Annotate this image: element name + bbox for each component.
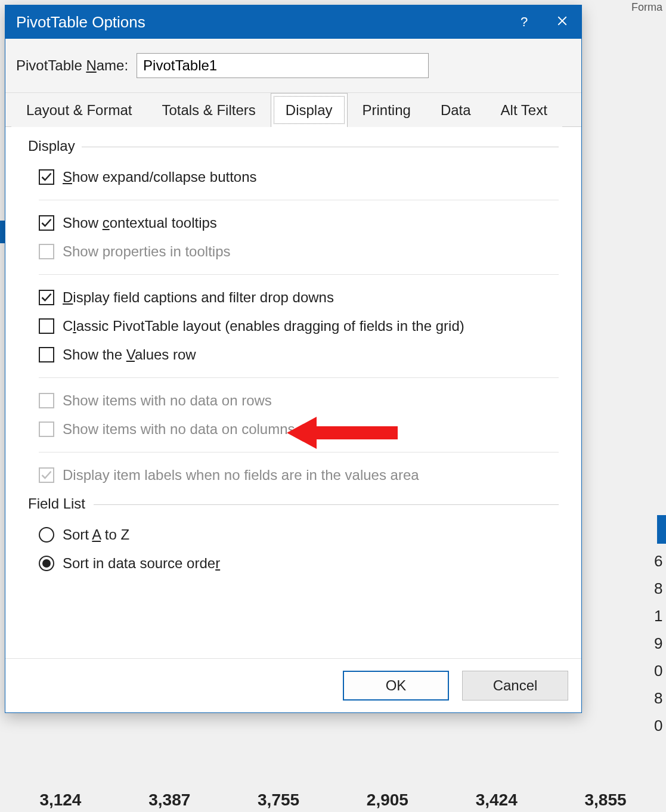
checkbox-icon bbox=[39, 318, 54, 334]
dialog-title: PivotTable Options bbox=[16, 13, 505, 32]
checkbox-icon bbox=[39, 215, 54, 231]
group-display-title: Display bbox=[28, 138, 559, 154]
tab-layout-format[interactable]: Layout & Format bbox=[11, 93, 147, 127]
pivottable-options-dialog: PivotTable Options ? PivotTable Name: La… bbox=[5, 5, 582, 713]
opt-label: Display item labels when no fields are i… bbox=[63, 467, 419, 484]
radio-sort-data-source-order[interactable]: Sort in data source order bbox=[28, 549, 559, 578]
opt-show-expand-collapse[interactable]: Show expand/collapse buttons bbox=[28, 163, 559, 191]
opt-display-item-labels-empty-values: Display item labels when no fields are i… bbox=[28, 461, 559, 489]
pivottable-name-label: PivotTable Name: bbox=[16, 57, 128, 74]
close-button[interactable] bbox=[543, 5, 581, 39]
help-button[interactable]: ? bbox=[505, 5, 543, 39]
radio-label: Sort A to Z bbox=[63, 526, 129, 543]
group-field-list: Field List Sort A to Z Sort in data sour… bbox=[28, 495, 559, 578]
panel-display: Display Show expand/collapse buttons Sho… bbox=[5, 127, 581, 658]
opt-label: Show expand/collapse buttons bbox=[63, 169, 257, 185]
checkbox-icon bbox=[39, 347, 54, 362]
opt-show-values-row[interactable]: Show the Values row bbox=[28, 340, 559, 369]
tab-display[interactable]: Display bbox=[271, 93, 348, 127]
opt-label: Show contextual tooltips bbox=[63, 215, 217, 231]
opt-classic-layout[interactable]: Classic PivotTable layout (enables dragg… bbox=[28, 312, 559, 340]
group-display: Display Show expand/collapse buttons Sho… bbox=[28, 138, 559, 489]
tab-printing[interactable]: Printing bbox=[348, 93, 426, 127]
radio-icon bbox=[39, 556, 54, 571]
opt-label: Show the Values row bbox=[63, 346, 196, 363]
close-icon bbox=[557, 14, 568, 30]
opt-label: Show properties in tooltips bbox=[63, 243, 230, 260]
checkbox-icon bbox=[39, 422, 54, 437]
tab-totals-filters[interactable]: Totals & Filters bbox=[147, 93, 270, 127]
separator bbox=[39, 452, 559, 453]
pivottable-name-input[interactable] bbox=[137, 53, 429, 78]
opt-label: Show items with no data on columns bbox=[63, 421, 295, 438]
checkbox-icon bbox=[39, 467, 54, 483]
name-row: PivotTable Name: bbox=[5, 39, 581, 93]
tab-data[interactable]: Data bbox=[426, 93, 486, 127]
opt-display-field-captions[interactable]: Display field captions and filter drop d… bbox=[28, 283, 559, 312]
checkbox-icon bbox=[39, 393, 54, 408]
radio-label: Sort in data source order bbox=[63, 555, 220, 572]
ok-button[interactable]: OK bbox=[343, 671, 449, 701]
help-icon: ? bbox=[521, 14, 528, 30]
checkbox-icon bbox=[39, 169, 54, 185]
opt-show-items-no-data-columns: Show items with no data on columns bbox=[28, 415, 559, 444]
tab-alt-text[interactable]: Alt Text bbox=[486, 93, 562, 127]
tabs: Layout & Format Totals & Filters Display… bbox=[5, 93, 581, 127]
radio-icon bbox=[39, 527, 54, 543]
bg-side-digits: 6 8 1 9 0 8 0 bbox=[654, 547, 666, 739]
group-fieldlist-title: Field List bbox=[28, 495, 559, 512]
separator bbox=[39, 274, 559, 275]
opt-label: Show items with no data on rows bbox=[63, 392, 272, 409]
opt-label: Display field captions and filter drop d… bbox=[63, 289, 334, 306]
cancel-button[interactable]: Cancel bbox=[462, 671, 568, 701]
radio-sort-a-to-z[interactable]: Sort A to Z bbox=[28, 520, 559, 549]
bg-bottom-row: 3,124 3,387 3,755 2,905 3,424 3,855 bbox=[0, 791, 666, 810]
opt-show-contextual-tooltips[interactable]: Show contextual tooltips bbox=[28, 209, 559, 237]
opt-show-properties-tooltips: Show properties in tooltips bbox=[28, 237, 559, 266]
opt-label: Classic PivotTable layout (enables dragg… bbox=[63, 318, 464, 334]
separator bbox=[39, 200, 559, 200]
checkbox-icon bbox=[39, 244, 54, 259]
bg-ribbon-fragment: Forma bbox=[628, 0, 666, 15]
opt-show-items-no-data-rows: Show items with no data on rows bbox=[28, 386, 559, 415]
checkbox-icon bbox=[39, 290, 54, 305]
bg-selected-cell-right bbox=[657, 515, 666, 544]
titlebar: PivotTable Options ? bbox=[5, 5, 581, 39]
dialog-footer: OK Cancel bbox=[5, 658, 581, 712]
separator bbox=[39, 377, 559, 378]
